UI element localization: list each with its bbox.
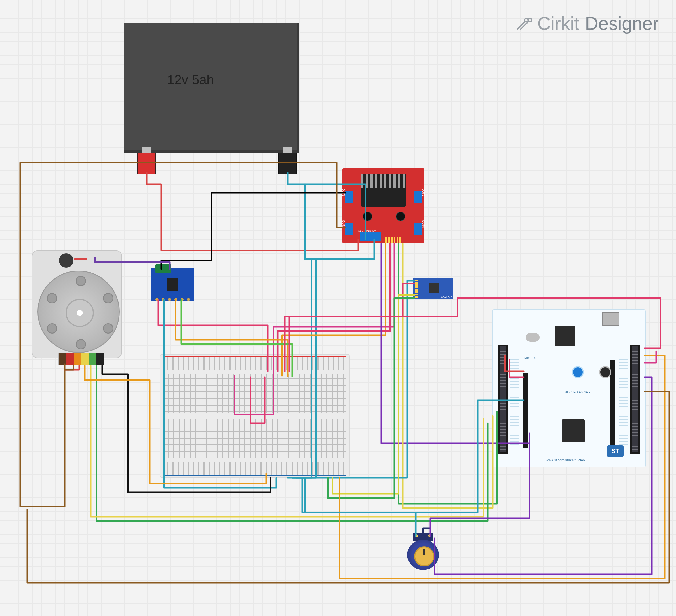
- svg-point-3: [528, 18, 531, 22]
- stm32-mcu: [562, 419, 585, 442]
- nucleo-name: NUCLEO-F401RE: [565, 391, 590, 394]
- l298n-out1[interactable]: [345, 191, 353, 203]
- adxl345-sensor[interactable]: ADXL345: [413, 278, 453, 299]
- nucleo-reset-button[interactable]: [599, 366, 611, 378]
- breadboard[interactable]: [160, 354, 350, 478]
- encoder-header[interactable]: [58, 353, 104, 365]
- nucleo-board[interactable]: ST MB1136 NUCLEO-F401RE www.st.com/stm32…: [492, 310, 646, 467]
- l298-pwr-label: 12V GND 5V: [358, 229, 376, 232]
- brand-watermark: Cirkit Designer: [514, 13, 659, 34]
- breadboard-rail-top[interactable]: [163, 356, 346, 370]
- battery-12v[interactable]: 12v 5ah: [124, 23, 299, 153]
- l298-out3-label: OUT3: [422, 188, 425, 196]
- morpho-header-right[interactable]: [630, 345, 640, 454]
- ina219-chip: [167, 278, 178, 291]
- l298n-power-terminal[interactable]: [360, 232, 381, 241]
- l298-out2-label: OUT2: [342, 220, 345, 228]
- morpho-header-left[interactable]: [498, 345, 508, 454]
- breadboard-rail-bottom[interactable]: [163, 462, 346, 475]
- battery-terminal-negative[interactable]: [278, 153, 297, 174]
- breadboard-field[interactable]: [163, 374, 346, 458]
- l298n-heatsink: [361, 174, 406, 207]
- brand-name: Cirkit: [537, 13, 579, 34]
- brand-icon: [514, 15, 531, 32]
- l298-out1-label: OUT1: [342, 188, 345, 196]
- potentiometer[interactable]: [407, 533, 439, 570]
- st-logo-icon: ST: [607, 445, 624, 457]
- arduino-header-left[interactable]: [523, 373, 528, 448]
- l298n-out4[interactable]: [413, 223, 422, 235]
- l298n-out3[interactable]: [413, 191, 422, 203]
- l298n-driver[interactable]: OUT1 OUT2 OUT3 OUT4 12V GND 5V: [342, 168, 425, 243]
- ina219-sensor[interactable]: [151, 268, 194, 301]
- pot-knob[interactable]: [414, 546, 434, 566]
- battery-terminal-positive[interactable]: [137, 153, 156, 174]
- nucleo-usb[interactable]: [602, 312, 619, 326]
- brand-product: Designer: [585, 13, 659, 34]
- l298n-control-pins[interactable]: [385, 237, 419, 243]
- l298-out4-label: OUT4: [422, 220, 425, 228]
- stlink-chip: [555, 326, 575, 346]
- nucleo-url: www.st.com/stm32nucleo: [546, 458, 585, 462]
- l298n-out2[interactable]: [345, 223, 353, 235]
- battery-label: 12v 5ah: [167, 72, 214, 88]
- nucleo-user-button[interactable]: [572, 366, 584, 378]
- motor-endcap: [59, 253, 73, 268]
- nucleo-pcb-rev: MB1136: [524, 356, 536, 359]
- diagram-canvas[interactable]: Cirkit Designer 12v 5ah OUT1 OUT2 O: [0, 0, 676, 616]
- pot-pins[interactable]: [413, 533, 433, 541]
- adxl-label: ADXL345: [441, 296, 452, 299]
- ina219-screw-terminal[interactable]: [155, 264, 171, 273]
- motor-face[interactable]: [38, 271, 120, 353]
